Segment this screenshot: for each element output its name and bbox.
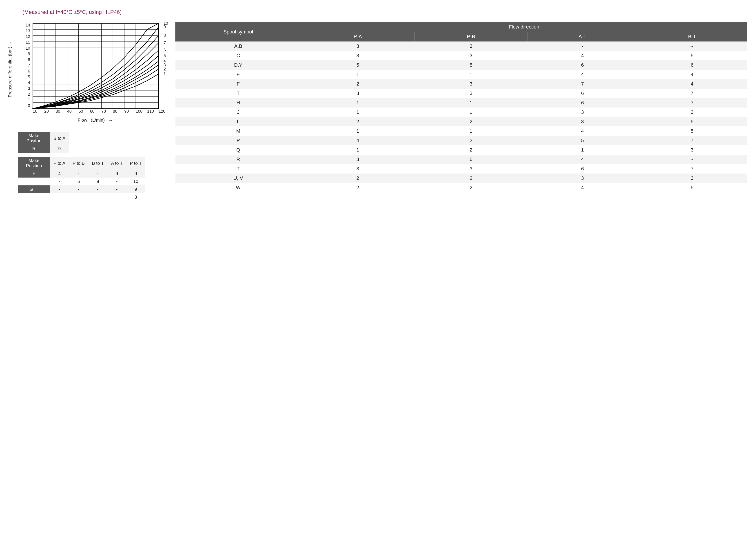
table-cell: T [176, 164, 301, 173]
table-cell: 6 [528, 89, 637, 98]
table-cell: 3 [301, 155, 414, 164]
table-cell: 5 [637, 117, 747, 126]
table-cell: 9 [107, 170, 126, 178]
table-cell: 9 [50, 145, 69, 153]
pressure-flow-chart: Pressure differential (bar) → 1413121110… [20, 22, 159, 116]
table-cell: 3 [415, 89, 528, 98]
table-cell: 3 [301, 51, 414, 61]
table-cell: 6 [528, 98, 637, 108]
table-cell: 3 [637, 108, 747, 117]
table-cell: 4 [528, 155, 637, 164]
table-cell: 1 [301, 126, 414, 136]
table-cell: Q [176, 145, 301, 155]
table-cell: 4 [528, 51, 637, 61]
table-cell: 3 [415, 51, 528, 61]
table-header: P to A [50, 157, 69, 170]
series-label: 3 [164, 63, 166, 67]
table-header: P-A [301, 32, 414, 41]
table-row: F2374 [176, 79, 747, 89]
y-ticks: 14131211109876543210 [25, 23, 30, 108]
table-cell: 7 [637, 136, 747, 145]
table-row: L2235 [176, 117, 747, 126]
table-row: P4257 [176, 136, 747, 145]
table-cell: W [176, 183, 301, 192]
table-row: M1145 [176, 126, 747, 136]
table-cell: T [176, 89, 301, 98]
table-cell: 1 [301, 70, 414, 79]
spool-flow-direction-table: Spool symbolFlow directionP-AP-BA-TB-TA,… [175, 22, 747, 192]
table-cell: 6 [528, 164, 637, 173]
table-cell: L [176, 117, 301, 126]
table-cell: - [50, 186, 69, 193]
table-header: Spool symbol [176, 22, 301, 41]
y-tick: 6 [25, 69, 30, 74]
y-tick: 5 [25, 75, 30, 80]
table-cell [69, 193, 88, 201]
table-cell: F [176, 79, 301, 89]
table-row: Q1213 [176, 145, 747, 155]
table-cell: 3 [637, 145, 747, 155]
table-cell: - [69, 186, 88, 193]
table-row: A,B33-- [176, 41, 747, 51]
y-tick: 11 [25, 40, 30, 45]
table-cell: 3 [415, 79, 528, 89]
table-cell: 4 [637, 79, 747, 89]
table-header: B to A [50, 132, 69, 145]
table-cell: 6 [528, 61, 637, 70]
table-cell: 1 [415, 108, 528, 117]
table-cell: 1 [301, 145, 414, 155]
series-label: 7 [164, 40, 166, 45]
table-cell: R [176, 155, 301, 164]
table-header: A to T [107, 157, 126, 170]
table-cell: 7 [637, 98, 747, 108]
table-cell: 2 [301, 79, 414, 89]
table-cell: 4 [528, 183, 637, 192]
table-cell: 8 [88, 178, 107, 186]
table-cell: M [176, 126, 301, 136]
table-cell: 1 [528, 145, 637, 155]
y-tick: 0 [25, 104, 30, 108]
table-cell: 4 [528, 70, 637, 79]
table-cell: 2 [301, 173, 414, 183]
table-cell: R [18, 145, 50, 153]
table-cell: A,B [176, 41, 301, 51]
y-tick: 3 [25, 86, 30, 91]
table-cell: 9 [126, 186, 145, 193]
table-row: C3345 [176, 51, 747, 61]
table-cell: 2 [415, 145, 528, 155]
measurement-caption: (Measured at t=40°C ±5°C, using HLP46) [22, 9, 747, 15]
y-tick: 13 [25, 29, 30, 34]
table-cell: - [637, 155, 747, 164]
y-tick: 12 [25, 34, 30, 39]
chart-svg [20, 22, 159, 112]
table-cell: - [88, 186, 107, 193]
table-cell: - [69, 170, 88, 178]
table-cell: 1 [415, 126, 528, 136]
table-cell: 7 [528, 79, 637, 89]
table-cell: 9 [126, 170, 145, 178]
table-row: T3367 [176, 164, 747, 173]
table-cell: 3 [301, 89, 414, 98]
table-cell: J [176, 108, 301, 117]
table-cell: 6 [637, 61, 747, 70]
table-header: B-T [637, 32, 747, 41]
table-header: Make Positon [18, 132, 50, 145]
x-axis-label: Flow [78, 117, 87, 123]
y-tick: 4 [25, 80, 30, 85]
table-row: D,Y5566 [176, 61, 747, 70]
table-cell [88, 193, 107, 201]
table-cell: 5 [415, 61, 528, 70]
y-tick: 8 [25, 58, 30, 62]
table-cell: 5 [637, 183, 747, 192]
table-cell: 4 [637, 70, 747, 79]
y-tick: 9 [25, 52, 30, 56]
table-cell: 3 [126, 193, 145, 201]
y-tick: 2 [25, 92, 30, 97]
table-cell: - [107, 178, 126, 186]
make-position-table-2: Make PositionP to AP to BB to TA to TP t… [18, 157, 145, 201]
table-cell: 3 [528, 108, 637, 117]
table-cell: 4 [50, 170, 69, 178]
y-tick: 1 [25, 98, 30, 102]
table-header: A-T [528, 32, 637, 41]
table-cell: 2 [415, 173, 528, 183]
